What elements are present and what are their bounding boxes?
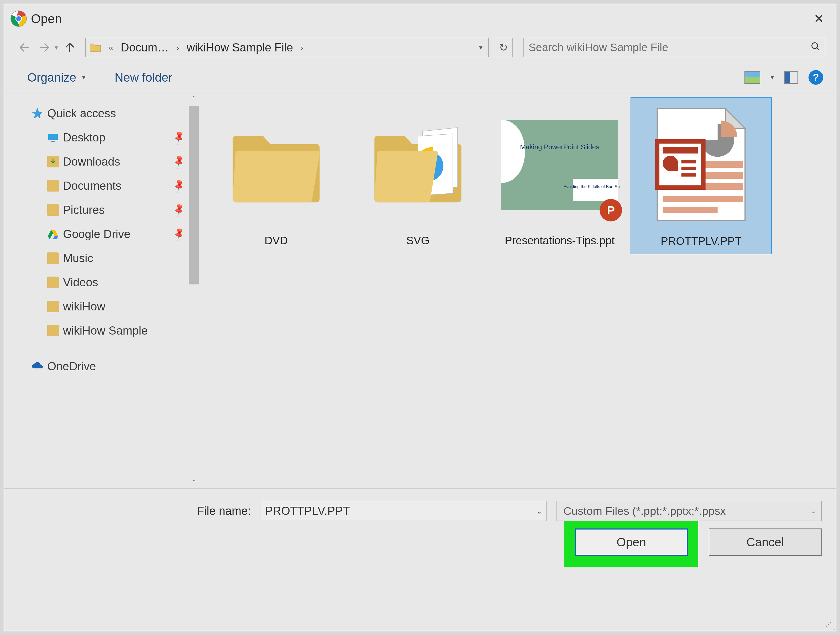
sidebar-item-label: wikiHow Sample [63, 324, 148, 337]
content-area: Quick access Desktop 📌 Downloads 📌 Docum… [4, 93, 836, 489]
sidebar-item-google-drive[interactable]: Google Drive 📌 [4, 222, 199, 246]
sidebar-item-label: Pictures [63, 203, 105, 216]
quick-access-icon [32, 107, 43, 119]
svg-rect-22 [663, 196, 743, 202]
open-file-dialog: Open ✕ ▾ « Docum… › wikiHow Sample File … [4, 4, 836, 631]
breadcrumb-ellipsis[interactable]: « [103, 43, 118, 53]
folder-icon [47, 301, 59, 312]
new-folder-button[interactable]: New folder [115, 70, 172, 85]
file-item-presentations-tips[interactable]: Making PowerPoint Slides Avoiding the Pi… [489, 97, 630, 254]
documents-icon [47, 180, 59, 192]
scroll-down-icon[interactable]: ˅ [188, 477, 199, 488]
resize-grip-icon[interactable]: ⋮⋮ [823, 618, 835, 630]
sidebar-item-quick-access[interactable]: Quick access [4, 101, 199, 125]
sidebar-item-label: Quick access [47, 107, 116, 120]
svg-point-3 [812, 43, 818, 48]
sidebar-item-label: Documents [63, 179, 122, 192]
sidebar-item-label: Downloads [63, 155, 120, 168]
filetype-value: Custom Files (*.ppt;*.pptx;*.ppsx [563, 504, 726, 517]
navigation-bar: ▾ « Docum… › wikiHow Sample File › ▾ ↻ [4, 33, 836, 62]
sidebar-item-wikihow-sample[interactable]: wikiHow Sample [4, 318, 199, 343]
file-list[interactable]: DVD SVG [199, 93, 836, 488]
command-bar: Organize ▾ New folder ▾ ? [4, 62, 836, 93]
address-bar[interactable]: « Docum… › wikiHow Sample File › ▾ [85, 38, 489, 57]
sidebar-item-label: Google Drive [63, 227, 131, 241]
sidebar-item-music[interactable]: Music [4, 246, 199, 270]
up-button[interactable] [63, 40, 77, 55]
sidebar-item-videos[interactable]: Videos [4, 270, 199, 295]
sidebar-item-desktop[interactable]: Desktop 📌 [4, 125, 199, 150]
chevron-down-icon[interactable]: ▾ [771, 74, 774, 81]
folder-icon [47, 325, 59, 336]
close-button[interactable]: ✕ [804, 4, 833, 33]
pin-icon: 📌 [171, 178, 187, 194]
file-item-folder-svg[interactable]: SVG [347, 97, 489, 254]
dialog-title: Open [31, 11, 62, 26]
view-preview-pane-button[interactable] [784, 71, 798, 84]
file-item-prottplv[interactable]: PROTTPLV.PPT [630, 97, 772, 254]
arrow-right-icon [38, 41, 51, 54]
svg-rect-28 [681, 167, 696, 170]
filetype-select[interactable]: Custom Files (*.ppt;*.pptx;*.ppsx ⌄ [556, 501, 822, 521]
search-input[interactable] [528, 41, 808, 54]
sidebar-item-label: Desktop [63, 131, 105, 144]
file-item-folder-dvd[interactable]: DVD [205, 97, 347, 254]
scroll-up-icon[interactable]: ˄ [188, 93, 199, 104]
svg-text:Making PowerPoint Slides: Making PowerPoint Slides [520, 143, 599, 151]
breadcrumb-segment[interactable]: wikiHow Sample File [186, 41, 293, 54]
organize-menu[interactable]: Organize [27, 70, 76, 85]
chevron-down-icon: ⌄ [811, 507, 816, 515]
refresh-button[interactable]: ↻ [494, 38, 513, 57]
filename-label: File name: [18, 504, 260, 517]
downloads-icon [47, 156, 59, 167]
sidebar-item-onedrive[interactable]: OneDrive [4, 354, 199, 378]
sidebar-item-documents[interactable]: Documents 📌 [4, 174, 199, 198]
cancel-button[interactable]: Cancel [709, 528, 822, 556]
search-icon[interactable] [808, 41, 821, 54]
title-bar: Open ✕ [4, 4, 836, 33]
breadcrumb-separator-icon: › [171, 43, 184, 53]
arrow-up-icon [63, 41, 76, 54]
svg-rect-29 [681, 173, 696, 176]
open-button[interactable]: Open [575, 528, 688, 556]
refresh-icon: ↻ [499, 41, 508, 54]
onedrive-icon [32, 361, 43, 372]
filename-input[interactable] [260, 501, 546, 521]
back-button[interactable] [17, 40, 32, 55]
breadcrumb-segment[interactable]: Docum… [121, 41, 169, 54]
sidebar-item-label: OneDrive [47, 360, 96, 373]
ppt-thumbnail-icon: Making PowerPoint Slides Avoiding the Pi… [499, 118, 620, 212]
address-dropdown-icon[interactable]: ▾ [477, 44, 485, 52]
pin-icon: 📌 [171, 226, 187, 242]
pin-icon: 📌 [171, 130, 187, 145]
sidebar-item-label: Videos [63, 276, 98, 289]
svg-rect-14 [573, 179, 618, 201]
forward-button[interactable] [37, 40, 51, 55]
help-button[interactable]: ? [808, 70, 823, 85]
view-thumbnails-button[interactable] [744, 71, 760, 84]
open-button-highlight: Open [564, 520, 698, 567]
button-label: Cancel [746, 535, 784, 549]
chevron-down-icon[interactable]: ▾ [82, 74, 85, 81]
desktop-icon [47, 132, 59, 143]
sidebar-item-pictures[interactable]: Pictures 📌 [4, 198, 199, 222]
svg-rect-6 [51, 141, 55, 142]
pin-icon: 📌 [171, 202, 187, 218]
file-item-label: DVD [264, 230, 289, 253]
svg-rect-5 [48, 134, 58, 140]
sidebar-item-wikihow[interactable]: wikiHow [4, 295, 199, 318]
file-item-label: Presentations-Tips.ppt [504, 230, 616, 253]
sidebar-item-downloads[interactable]: Downloads 📌 [4, 150, 199, 174]
powerpoint-badge-icon: P [599, 199, 623, 222]
pin-icon: 📌 [171, 154, 187, 170]
sidebar-scrollbar[interactable]: ˄ ˅ [188, 93, 199, 488]
videos-icon [47, 277, 59, 288]
svg-rect-26 [663, 147, 698, 153]
scrollbar-thumb[interactable] [189, 106, 199, 284]
svg-text:P: P [607, 203, 615, 217]
svg-marker-4 [32, 108, 43, 118]
history-dropdown-icon[interactable]: ▾ [55, 44, 58, 52]
svg-rect-27 [681, 160, 696, 164]
folder-large-icon [371, 122, 465, 208]
search-box[interactable] [523, 38, 825, 57]
